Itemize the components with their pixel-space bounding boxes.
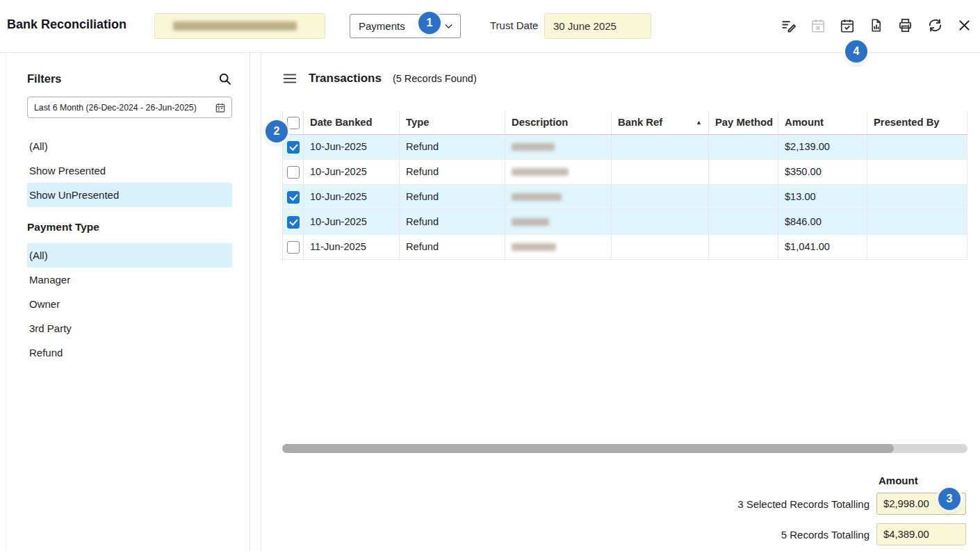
cell-description-redacted xyxy=(505,160,612,184)
report-document-icon[interactable] xyxy=(868,17,884,33)
cell-presented-by xyxy=(867,135,967,159)
trust-date-label: Trust Date xyxy=(490,19,538,31)
date-range-picker[interactable]: Last 6 Month (26-Dec-2024 - 26-Jun-2025) xyxy=(27,97,232,118)
cell-type: Refund xyxy=(400,135,505,159)
cell-pay-method xyxy=(709,185,778,209)
select-all-checkbox[interactable] xyxy=(287,117,300,129)
row-checkbox[interactable] xyxy=(287,141,300,154)
cell-bank-ref xyxy=(612,235,709,259)
cell-bank-ref xyxy=(612,135,709,159)
filter-option-show-unpresented[interactable]: Show UnPresented xyxy=(27,183,232,207)
cell-amount: $2,139.00 xyxy=(778,135,867,159)
horizontal-scrollbar-track[interactable] xyxy=(282,444,967,453)
cell-date-banked: 10-Jun-2025 xyxy=(304,135,400,159)
callout-badge-4: 4 xyxy=(845,40,867,63)
transactions-table: Date Banked Type Description Bank Ref▲ P… xyxy=(282,111,967,260)
row-checkbox[interactable] xyxy=(287,216,300,229)
table-row[interactable]: 10-Jun-2025 Refund $350.00 xyxy=(283,160,967,185)
redacted-text xyxy=(512,243,556,251)
filter-option-show-presented[interactable]: Show Presented xyxy=(27,158,232,183)
payment-type-refund[interactable]: Refund xyxy=(27,340,232,365)
selected-records-label: 3 Selected Records Totalling xyxy=(737,498,869,510)
redacted-text xyxy=(512,143,555,151)
cell-type: Refund xyxy=(400,235,505,259)
cell-bank-ref xyxy=(612,210,709,234)
cell-date-banked: 10-Jun-2025 xyxy=(304,160,400,184)
totals-summary: Amount 3 Selected Records Totalling $2,9… xyxy=(737,475,966,545)
cell-date-banked: 11-Jun-2025 xyxy=(304,235,400,259)
horizontal-scrollbar-thumb[interactable] xyxy=(282,444,894,453)
cell-description-redacted xyxy=(505,210,612,234)
column-header-type[interactable]: Type xyxy=(400,111,505,134)
payment-type-all[interactable]: (All) xyxy=(27,243,232,268)
cell-amount: $13.00 xyxy=(778,185,867,209)
redacted-text xyxy=(173,22,297,31)
printer-icon[interactable] xyxy=(897,17,914,34)
cell-bank-ref xyxy=(612,160,709,184)
redacted-text xyxy=(512,193,562,201)
cell-presented-by xyxy=(867,210,967,234)
row-checkbox[interactable] xyxy=(287,191,300,204)
all-records-label: 5 Records Totalling xyxy=(781,529,869,541)
search-icon[interactable] xyxy=(218,72,232,86)
header-toolbar xyxy=(780,17,972,34)
calendar-cancel-icon xyxy=(810,17,826,34)
calendar-icon xyxy=(215,102,226,113)
redacted-text xyxy=(512,218,549,226)
table-row[interactable]: 10-Jun-2025 Refund $846.00 xyxy=(283,210,967,235)
cell-type: Refund xyxy=(400,185,505,209)
refresh-icon[interactable] xyxy=(926,17,944,34)
cell-date-banked: 10-Jun-2025 xyxy=(304,185,400,209)
presented-filter-list: (All) Show Presented Show UnPresented xyxy=(27,134,232,207)
column-header-amount[interactable]: Amount xyxy=(778,111,867,134)
cell-amount: $350.00 xyxy=(778,160,867,184)
table-row[interactable]: 11-Jun-2025 Refund $1,041.00 xyxy=(283,235,967,260)
cell-description-redacted xyxy=(505,235,612,259)
cell-presented-by xyxy=(867,185,967,209)
cell-pay-method xyxy=(709,135,778,159)
payment-type-owner[interactable]: Owner xyxy=(27,292,232,316)
callout-badge-1: 1 xyxy=(418,12,441,34)
cell-amount: $1,041.00 xyxy=(778,235,867,259)
redacted-text xyxy=(512,168,569,176)
records-found-count: (5 Records Found) xyxy=(393,73,477,84)
app-header: Bank Reconciliation Payments Trust Date xyxy=(0,0,980,53)
table-header-row: Date Banked Type Description Bank Ref▲ P… xyxy=(283,111,967,135)
payment-type-3rd-party[interactable]: 3rd Party xyxy=(27,316,232,340)
cell-pay-method xyxy=(709,160,778,184)
row-checkbox[interactable] xyxy=(287,166,300,179)
cell-date-banked: 10-Jun-2025 xyxy=(304,210,400,234)
view-mode-value: Payments xyxy=(359,20,405,32)
filters-title: Filters xyxy=(27,72,62,85)
payment-type-list: (All) Manager Owner 3rd Party Refund xyxy=(27,243,232,365)
close-icon[interactable] xyxy=(956,17,972,33)
view-mode-select[interactable]: Payments xyxy=(350,14,461,38)
sort-asc-icon: ▲ xyxy=(696,120,702,126)
property-account-field-redacted[interactable] xyxy=(154,13,325,39)
payment-type-manager[interactable]: Manager xyxy=(27,268,232,292)
transactions-panel: Transactions (5 Records Found) Date Bank… xyxy=(261,53,980,551)
column-header-date-banked[interactable]: Date Banked xyxy=(304,111,400,134)
table-row[interactable]: 10-Jun-2025 Refund $13.00 xyxy=(283,185,967,210)
chevron-down-icon xyxy=(443,20,455,32)
row-checkbox[interactable] xyxy=(287,241,300,254)
calendar-check-icon[interactable] xyxy=(839,17,856,34)
column-header-bank-ref[interactable]: Bank Ref▲ xyxy=(612,111,709,134)
all-records-total: $4,389.00 xyxy=(876,523,966,545)
column-header-pay-method[interactable]: Pay Method xyxy=(709,111,778,134)
trust-date-input[interactable] xyxy=(544,13,651,39)
cell-presented-by xyxy=(867,160,967,184)
edit-note-icon[interactable] xyxy=(780,17,797,34)
cell-description-redacted xyxy=(505,135,612,159)
cell-type: Refund xyxy=(400,210,505,234)
cell-pay-method xyxy=(709,210,778,234)
column-header-description[interactable]: Description xyxy=(505,111,612,134)
table-row[interactable]: 10-Jun-2025 Refund $2,139.00 xyxy=(283,135,967,160)
column-header-presented-by[interactable]: Presented By xyxy=(867,111,967,134)
summary-amount-header: Amount xyxy=(876,475,966,486)
cell-amount: $846.00 xyxy=(778,210,867,234)
filter-option-all[interactable]: (All) xyxy=(27,134,232,158)
cell-presented-by xyxy=(867,235,967,259)
cell-bank-ref xyxy=(612,185,709,209)
menu-icon[interactable] xyxy=(282,71,297,86)
